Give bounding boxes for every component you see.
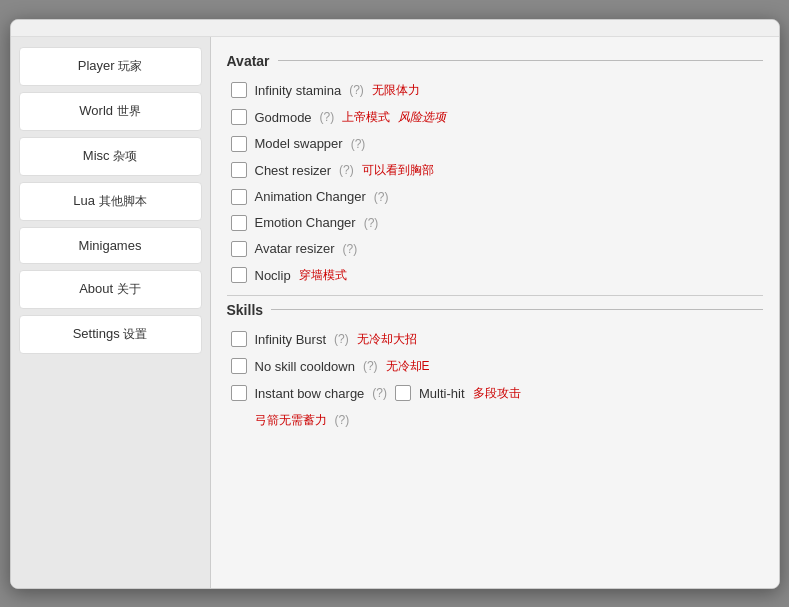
- item-extra-label-1-2: Multi-hit: [419, 386, 465, 401]
- item-label-0-2: Model swapper: [255, 136, 343, 151]
- main-window: Player 玩家World 世界Misc 杂项Lua 其他脚本Minigame…: [10, 19, 780, 589]
- sidebar-label-settings: Settings: [73, 326, 120, 341]
- item-hint-1-1: (?): [363, 359, 378, 373]
- item-row-0-1: Godmode(?)上帝模式风险选项: [227, 104, 763, 131]
- item-row-0-0: Infinity stamina(?)无限体力: [227, 77, 763, 104]
- item-hint-1-0: (?): [334, 332, 349, 346]
- sidebar-zh-misc: 杂项: [113, 149, 137, 163]
- item-zh-1-1: 无冷却E: [386, 358, 430, 375]
- sidebar-zh-world: 世界: [117, 104, 141, 118]
- checkbox-0-2[interactable]: [231, 136, 247, 152]
- item-label-0-6: Avatar resizer: [255, 241, 335, 256]
- sidebar-label-world: World: [79, 103, 113, 118]
- item-label-0-7: Noclip: [255, 268, 291, 283]
- section-header-0: Avatar: [227, 53, 763, 69]
- sidebar-label-player: Player: [78, 58, 115, 73]
- item-label-0-3: Chest resizer: [255, 163, 332, 178]
- sidebar-item-lua[interactable]: Lua 其他脚本: [19, 182, 202, 221]
- item-label-1-2: Instant bow charge: [255, 386, 365, 401]
- sidebar-zh-about: 关于: [117, 282, 141, 296]
- item-label-1-0: Infinity Burst: [255, 332, 327, 347]
- sidebar-label-about: About: [79, 281, 113, 296]
- item-extra-0-1: 风险选项: [398, 109, 446, 126]
- item-hint-0-4: (?): [374, 190, 389, 204]
- item-row-extra-1-2: 弓箭无需蓄力 (?): [227, 407, 763, 434]
- content-area: Player 玩家World 世界Misc 杂项Lua 其他脚本Minigame…: [11, 37, 779, 588]
- checkbox-1-1[interactable]: [231, 358, 247, 374]
- item-row-1-2: Instant bow charge (?) Multi-hit 多段攻击: [227, 380, 763, 407]
- sidebar-item-minigames[interactable]: Minigames: [19, 227, 202, 264]
- sidebar-label-misc: Misc: [83, 148, 110, 163]
- sidebar-item-misc[interactable]: Misc 杂项: [19, 137, 202, 176]
- item-row-0-2: Model swapper(?): [227, 131, 763, 157]
- item-hint-0-6: (?): [342, 242, 357, 256]
- item-row-0-5: Emotion Changer(?): [227, 210, 763, 236]
- section-line-1: [271, 309, 762, 310]
- item-row-1-1: No skill cooldown(?)无冷却E: [227, 353, 763, 380]
- item-hint-0-0: (?): [349, 83, 364, 97]
- checkbox-1-2[interactable]: [231, 385, 247, 401]
- checkbox-extra-1-2[interactable]: [395, 385, 411, 401]
- sidebar-item-about[interactable]: About 关于: [19, 270, 202, 309]
- main-panel[interactable]: Avatar Infinity stamina(?)无限体力Godmode(?)…: [211, 37, 779, 588]
- checkbox-0-4[interactable]: [231, 189, 247, 205]
- item-zh-0-7: 穿墙模式: [299, 267, 347, 284]
- item-label-0-1: Godmode: [255, 110, 312, 125]
- item-hint-0-3: (?): [339, 163, 354, 177]
- item-label-0-0: Infinity stamina: [255, 83, 342, 98]
- item-extra-zh-1-2: 多段攻击: [473, 385, 521, 402]
- item-zh-1-0: 无冷却大招: [357, 331, 417, 348]
- item-row-0-6: Avatar resizer(?): [227, 236, 763, 262]
- sidebar-item-settings[interactable]: Settings 设置: [19, 315, 202, 354]
- item-zh-0-0: 无限体力: [372, 82, 420, 99]
- item-hint-0-1: (?): [320, 110, 335, 124]
- item-row-0-3: Chest resizer(?)可以看到胸部: [227, 157, 763, 184]
- checkbox-0-1[interactable]: [231, 109, 247, 125]
- sidebar-zh-player: 玩家: [118, 59, 142, 73]
- titlebar: [11, 20, 779, 37]
- sidebar-zh-settings: 设置: [123, 327, 147, 341]
- item-row-0-4: Animation Changer(?): [227, 184, 763, 210]
- item-label-0-4: Animation Changer: [255, 189, 366, 204]
- checkbox-0-5[interactable]: [231, 215, 247, 231]
- item-hint-extra-1-2: (?): [335, 413, 350, 427]
- item-label-0-5: Emotion Changer: [255, 215, 356, 230]
- checkbox-0-3[interactable]: [231, 162, 247, 178]
- item-hint-0-2: (?): [351, 137, 366, 151]
- checkbox-0-6[interactable]: [231, 241, 247, 257]
- checkbox-0-7[interactable]: [231, 267, 247, 283]
- sidebar-item-world[interactable]: World 世界: [19, 92, 202, 131]
- item-row-0-7: Noclip穿墙模式: [227, 262, 763, 289]
- item-hint-1-2: (?): [372, 386, 387, 400]
- sidebar-zh-lua: 其他脚本: [99, 194, 147, 208]
- section-title-1: Skills: [227, 302, 264, 318]
- item-hint-0-5: (?): [364, 216, 379, 230]
- item-zh-extra-1-2: 弓箭无需蓄力: [255, 412, 327, 429]
- sidebar-item-player[interactable]: Player 玩家: [19, 47, 202, 86]
- sidebar-label-lua: Lua: [73, 193, 95, 208]
- item-zh-0-1: 上帝模式: [342, 109, 390, 126]
- section-divider-0: [227, 295, 763, 296]
- section-line-0: [278, 60, 763, 61]
- item-row-1-0: Infinity Burst(?)无冷却大招: [227, 326, 763, 353]
- sidebar-label-minigames: Minigames: [79, 238, 142, 253]
- section-title-0: Avatar: [227, 53, 270, 69]
- item-label-1-1: No skill cooldown: [255, 359, 355, 374]
- section-header-1: Skills: [227, 302, 763, 318]
- checkbox-0-0[interactable]: [231, 82, 247, 98]
- sidebar: Player 玩家World 世界Misc 杂项Lua 其他脚本Minigame…: [11, 37, 211, 588]
- item-zh-0-3: 可以看到胸部: [362, 162, 434, 179]
- checkbox-1-0[interactable]: [231, 331, 247, 347]
